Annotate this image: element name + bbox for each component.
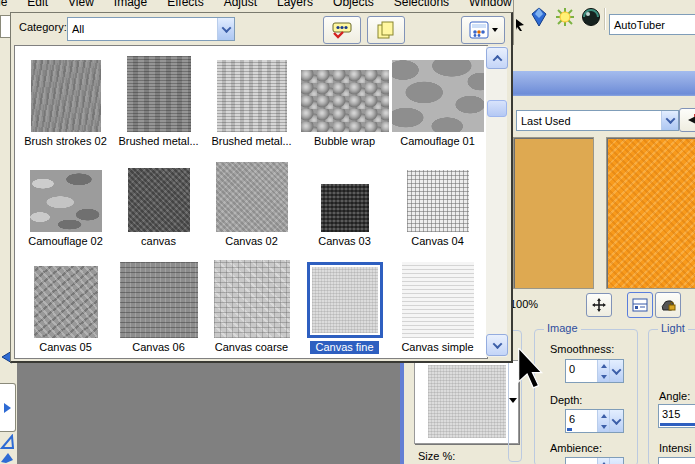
pan-button[interactable] <box>586 293 612 317</box>
chevron-down-icon[interactable] <box>609 360 623 382</box>
swatch-tag-button[interactable] <box>323 16 361 44</box>
menu-item-layers[interactable]: Layers <box>267 0 323 9</box>
intensity-value <box>659 458 695 464</box>
texture-swatch[interactable] <box>392 60 484 132</box>
texture-swatch[interactable] <box>30 170 102 232</box>
intensity-spinner[interactable] <box>658 457 695 464</box>
proof-lock-button[interactable] <box>655 292 681 318</box>
menu-item-adjust[interactable]: Adjust <box>214 0 267 9</box>
texture-item-canvas-06[interactable]: Canvas 06 <box>112 252 205 354</box>
menu-item-selections[interactable]: Selections <box>384 0 459 9</box>
tool-icon-3[interactable] <box>0 452 14 464</box>
texture-item-brushed-metal[interactable]: Brushed metal... <box>112 50 205 148</box>
ambience-spinner[interactable] <box>565 457 624 464</box>
autotuber-combobox[interactable]: AutoTuber <box>609 14 695 35</box>
light-group-title: Light <box>658 322 688 334</box>
texture-item-canvas-02[interactable]: Canvas 02 <box>205 154 298 248</box>
spin-arrows-icon[interactable] <box>597 360 609 382</box>
copy-button[interactable] <box>367 16 405 44</box>
chevron-down-icon <box>492 339 502 349</box>
spin-arrows-icon[interactable] <box>597 410 609 432</box>
texture-swatch[interactable] <box>321 184 369 232</box>
texture-label: Canvas fine <box>310 341 378 354</box>
scrollbar[interactable] <box>486 46 507 357</box>
scrollbar-thumb[interactable] <box>487 100 507 117</box>
menu-item-effects[interactable]: Effects <box>157 0 213 9</box>
preset-prev-button[interactable] <box>679 108 695 132</box>
sparkle-icon[interactable] <box>555 7 575 27</box>
texture-item-brushed-metal[interactable]: Brushed metal... <box>205 50 298 148</box>
texture-picker-button[interactable] <box>414 360 519 444</box>
chevron-down-icon <box>492 28 498 32</box>
smoothness-spinner[interactable]: 0 <box>565 359 624 383</box>
top-toolbar: AutoTuber <box>513 0 695 45</box>
image-canvas[interactable] <box>17 362 400 464</box>
menu-item-objects[interactable]: Objects <box>323 0 384 9</box>
texture-item-bubble-wrap[interactable]: Bubble wrap <box>298 50 391 148</box>
texture-label: Canvas 04 <box>406 235 469 248</box>
texture-label: Brushed metal... <box>113 135 203 148</box>
orb-icon[interactable] <box>581 7 601 27</box>
depth-spinner[interactable]: 6 <box>565 409 624 433</box>
texture-item-canvas-coarse[interactable]: Canvas coarse <box>205 252 298 354</box>
scroll-up-button[interactable] <box>486 47 508 69</box>
texture-swatch[interactable] <box>402 262 474 338</box>
grid-view-icon <box>469 21 489 39</box>
texture-item-canvas-simple[interactable]: Canvas simple <box>391 252 484 354</box>
menu-item-file[interactable]: File <box>0 0 17 9</box>
texture-item-canvas-fine[interactable]: Canvas fine <box>298 252 391 354</box>
texture-swatch[interactable] <box>216 162 288 232</box>
chevron-down-icon[interactable] <box>217 18 234 40</box>
angle-spinner[interactable]: 315 <box>658 404 695 428</box>
menu-item-view[interactable]: View <box>58 0 104 9</box>
texture-item-canvas[interactable]: canvas <box>112 154 205 248</box>
proof-panel-button[interactable] <box>627 292 653 318</box>
texture-swatch[interactable] <box>127 56 191 132</box>
texture-swatch[interactable] <box>120 262 198 338</box>
texture-swatch[interactable] <box>34 266 98 338</box>
size-label: Size %: <box>418 450 455 462</box>
spin-arrows-icon[interactable] <box>597 458 609 464</box>
tool-icon-2[interactable] <box>0 434 14 450</box>
texture-list: Brush strokes 02Brushed metal...Brushed … <box>14 45 488 359</box>
light-groupbox: Light Angle: 315 Intensi <box>648 329 695 464</box>
category-combobox[interactable]: All <box>67 17 235 41</box>
scroll-down-button[interactable] <box>486 334 508 356</box>
texture-swatch[interactable] <box>301 70 389 132</box>
chevron-down-icon[interactable] <box>609 410 623 432</box>
gem-icon[interactable] <box>529 7 549 27</box>
smoothness-label: Smoothness: <box>550 343 614 355</box>
texture-label: Canvas 06 <box>127 341 190 354</box>
texture-label: Camouflage 01 <box>395 135 480 148</box>
texture-item-camouflage-02[interactable]: Camouflage 02 <box>19 154 112 248</box>
texture-swatch[interactable] <box>217 60 287 132</box>
menu-item-edit[interactable]: Edit <box>17 0 58 9</box>
copy-icon <box>376 20 396 40</box>
mouse-cursor <box>517 348 551 394</box>
texture-item-camouflage-01[interactable]: Camouflage 01 <box>391 50 484 148</box>
texture-label: Brushed metal... <box>206 135 296 148</box>
texture-item-canvas-04[interactable]: Canvas 04 <box>391 154 484 248</box>
menu-item-image[interactable]: Image <box>104 0 157 9</box>
chevron-down-icon[interactable] <box>661 111 678 130</box>
texture-item-brush-strokes-02[interactable]: Brush strokes 02 <box>19 50 112 148</box>
texture-item-canvas-03[interactable]: Canvas 03 <box>298 154 391 248</box>
texture-swatch[interactable] <box>407 170 469 232</box>
texture-swatch[interactable] <box>214 260 290 338</box>
flyout-button[interactable] <box>0 383 16 432</box>
category-value: All <box>68 21 217 37</box>
preview-before <box>513 137 594 289</box>
texture-item-canvas-05[interactable]: Canvas 05 <box>19 252 112 354</box>
current-texture-swatch <box>428 365 506 438</box>
texture-label: Camouflage 02 <box>23 235 108 248</box>
tag-icon <box>331 21 353 39</box>
undo-arrow-icon <box>684 113 695 127</box>
texture-swatch[interactable] <box>312 267 378 333</box>
view-grid-button[interactable] <box>461 16 505 44</box>
texture-swatch[interactable] <box>128 168 190 232</box>
edge-fragment <box>0 15 10 38</box>
texture-label: Canvas 02 <box>220 235 283 248</box>
texture-swatch[interactable] <box>31 60 101 132</box>
preset-combobox[interactable]: Last Used <box>516 110 679 131</box>
chevron-down-icon[interactable] <box>609 458 623 464</box>
